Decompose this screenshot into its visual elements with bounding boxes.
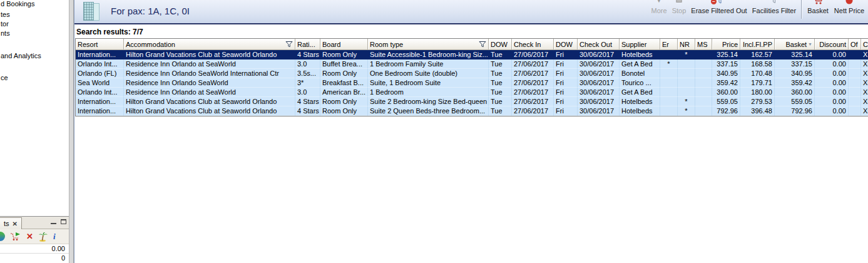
delete-x-icon[interactable]: ✕ xyxy=(26,232,33,241)
vertical-splitter[interactable] xyxy=(69,0,74,263)
cell-room-type: 1 Bedroom Family Suite xyxy=(368,59,489,69)
close-icon[interactable]: ✕ xyxy=(13,220,18,227)
header-er[interactable]: Er xyxy=(660,39,678,50)
cell-nr: * xyxy=(678,97,695,106)
header-incl-fl-pp[interactable]: Incl.Fl.PP xyxy=(740,39,775,50)
maximize-icon[interactable] xyxy=(61,219,66,224)
header-label: Accommodation xyxy=(126,41,175,48)
table-row[interactable]: Internation... Hilton Grand Vacations Cl… xyxy=(76,106,868,116)
cell-price: 325.14 xyxy=(712,50,740,59)
sidebar-item-nts[interactable]: nts xyxy=(1,29,10,37)
panel-toolbar: ✕ i xyxy=(0,229,69,244)
cell-check-out: 30/06/2017 xyxy=(578,69,620,78)
cell-supplier: Tourico ... xyxy=(620,78,660,88)
header-c[interactable]: C xyxy=(861,39,868,50)
erase-filtered-out-button[interactable]: − Erase Filtered Out xyxy=(689,0,749,23)
sidebar-item-tor[interactable]: tor xyxy=(1,20,9,28)
basket-button[interactable]: Basket xyxy=(804,0,832,23)
header-basket[interactable]: Basket ▼ xyxy=(775,39,815,50)
globe-icon[interactable] xyxy=(0,232,5,241)
cell-nr: * xyxy=(678,50,695,59)
table-row[interactable]: Internation... Hilton Grand Vacations Cl… xyxy=(76,50,868,59)
table-row[interactable]: Orlando (FL) Residence Inn Orlando SeaWo… xyxy=(76,69,868,78)
nett-price-icon xyxy=(845,0,854,4)
header-label: Check In xyxy=(514,41,541,48)
cell-of xyxy=(849,59,861,69)
cell-er xyxy=(660,88,678,97)
cell-supplier: Bonotel xyxy=(620,69,660,78)
cell-resort: Internation... xyxy=(76,97,124,106)
stop-button[interactable]: Stop xyxy=(669,0,689,23)
cell-ms xyxy=(695,50,712,59)
cell-discount: 0.00 xyxy=(815,50,849,59)
cell-room-type: 1 Bedroom xyxy=(368,88,489,97)
cart-arrow-icon[interactable] xyxy=(10,232,21,241)
table-row[interactable]: Orlando Int... Residence Inn Orlando at … xyxy=(76,88,868,97)
header-label: Room type xyxy=(370,41,403,48)
header-label: DOW xyxy=(491,41,508,48)
header-ms[interactable]: MS xyxy=(695,39,712,50)
header-of[interactable]: Of xyxy=(849,39,861,50)
filter-funnel-icon[interactable] xyxy=(479,41,486,48)
cell-rating: 4 Stars xyxy=(295,106,320,116)
toolbar-separator xyxy=(801,0,802,19)
header-label: Of xyxy=(850,41,858,48)
cell-basket: 359.42 xyxy=(775,78,815,88)
header-label: Board xyxy=(322,41,340,48)
sidebar-item-bookings[interactable]: d Bookings xyxy=(1,0,34,8)
cell-basket: 360.00 xyxy=(775,88,815,97)
header-nr[interactable]: NR xyxy=(678,39,695,50)
cell-price: 337.15 xyxy=(712,59,740,69)
cell-price: 360.00 xyxy=(712,88,740,97)
cell-resort: Internation... xyxy=(76,106,124,116)
table-row[interactable]: Sea World Residence Inn Orlando SeaWorld… xyxy=(76,78,868,88)
filter-funnel-icon[interactable] xyxy=(285,41,293,48)
header-accommodation[interactable]: Accommodation xyxy=(124,39,295,50)
cell-incl-fl-pp: 170.48 xyxy=(740,69,775,78)
more-label: More xyxy=(649,7,669,14)
cell-rating: 4 Stars xyxy=(295,97,320,106)
header-room-type[interactable]: Room type xyxy=(368,39,489,50)
nett-price-button[interactable]: Nett Price xyxy=(832,0,867,23)
cell-dow-out: Fri xyxy=(554,88,578,97)
cell-resort: Orlando Int... xyxy=(76,59,124,69)
cell-supplier: Hotelbeds xyxy=(620,97,660,106)
cell-nr: * xyxy=(678,106,695,116)
header-discount[interactable]: Discount xyxy=(815,39,849,50)
table-row[interactable]: Internation... Hilton Grand Vacations Cl… xyxy=(76,97,868,106)
header-check-in[interactable]: Check In xyxy=(512,39,554,50)
facilities-filter-button[interactable]: Facilities Filter xyxy=(749,0,799,23)
cell-c: XI xyxy=(861,106,868,116)
cell-rating: 3.5s... xyxy=(295,69,320,78)
header-check-out[interactable]: Check Out xyxy=(578,39,620,50)
stop-icon xyxy=(677,0,682,3)
palm-tree-icon[interactable] xyxy=(38,232,48,242)
header-rating[interactable]: Rati... xyxy=(295,39,320,50)
header-price[interactable]: Price xyxy=(712,39,740,50)
header-resort[interactable]: Resort xyxy=(76,39,124,50)
cell-discount: 0.00 xyxy=(815,97,849,106)
header-board[interactable]: Board xyxy=(320,39,368,50)
minimize-icon[interactable] xyxy=(51,219,56,224)
sidebar-item-ce[interactable]: ce xyxy=(1,74,8,81)
cell-incl-fl-pp: 168.58 xyxy=(740,59,775,69)
table-row[interactable]: Orlando Int... Residence Inn Orlando at … xyxy=(76,59,868,69)
cell-supplier: Hotelbeds xyxy=(620,106,660,116)
info-icon[interactable]: i xyxy=(53,232,56,242)
sidebar-item-tes[interactable]: tes xyxy=(1,11,10,18)
panel-tab[interactable]: ts ✕ xyxy=(0,217,22,229)
cell-dow-in: Tue xyxy=(489,88,512,97)
cell-accommodation: Hilton Grand Vacations Club at Seaworld … xyxy=(124,106,295,116)
cell-resort: Orlando Int... xyxy=(76,88,124,97)
header-dow-out[interactable]: DOW xyxy=(554,39,578,50)
header-dow-in[interactable]: DOW xyxy=(489,39,512,50)
cell-supplier: Get A Bed xyxy=(620,88,660,97)
sidebar-item-analytics[interactable]: and Analytics xyxy=(1,52,41,59)
cell-ms xyxy=(695,97,712,106)
header-supplier[interactable]: Supplier xyxy=(620,39,660,50)
cell-board: Room Only xyxy=(320,97,368,106)
more-button[interactable]: ▼ More xyxy=(649,0,669,23)
table-header-row: Resort Accommodation Rati... Board Room … xyxy=(76,39,868,50)
cell-basket: 325.14 xyxy=(775,50,815,59)
cell-rating: 3.0 xyxy=(295,59,320,69)
